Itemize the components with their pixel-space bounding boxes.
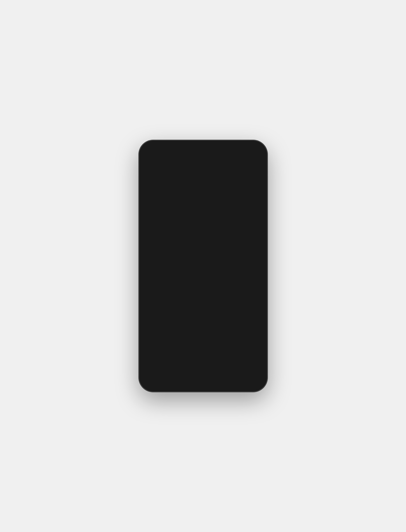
gas-chip[interactable]: ⛽ Gas xyxy=(202,166,223,175)
saved-label: Saved xyxy=(199,369,207,373)
svg-point-53 xyxy=(201,381,205,384)
updates-icon xyxy=(250,362,257,368)
svg-rect-8 xyxy=(204,304,232,326)
phone-screen: 75 4 441 98 4 xyxy=(140,145,266,387)
svg-point-43 xyxy=(232,230,233,231)
navigate-icon xyxy=(250,347,258,355)
mic-icon[interactable] xyxy=(241,153,247,159)
system-nav xyxy=(140,379,266,385)
takeout-label: Takeout xyxy=(153,168,166,172)
avatar-image xyxy=(250,151,259,161)
google-maps-logo xyxy=(147,152,155,160)
commute-icon xyxy=(175,362,181,368)
filter-chips: 🍽 Takeout 🛵 Delivery ⛽ Gas 🛒 G xyxy=(144,166,263,175)
nav-item-commute[interactable]: Commute xyxy=(165,362,191,373)
nav-item-explore[interactable]: Explore xyxy=(140,362,166,373)
svg-rect-54 xyxy=(218,381,221,384)
grocery-chip[interactable]: 🛒 G xyxy=(226,166,243,175)
svg-point-7 xyxy=(224,178,257,222)
delivery-label: Delivery xyxy=(183,168,196,172)
contribute-icon xyxy=(225,362,231,368)
recents-button[interactable] xyxy=(217,379,223,385)
gas-icon: ⛽ xyxy=(206,168,211,173)
back-button[interactable] xyxy=(184,379,189,385)
svg-text:4: 4 xyxy=(177,200,178,202)
home-button[interactable] xyxy=(200,379,206,385)
navigate-fab[interactable] xyxy=(246,343,262,359)
updates-label: Updates xyxy=(247,369,259,373)
explore-icon xyxy=(149,362,156,368)
saved-icon xyxy=(199,362,206,368)
nav-item-updates[interactable]: Updates xyxy=(241,362,266,373)
svg-point-52 xyxy=(255,335,256,336)
grocery-label: G xyxy=(236,168,239,172)
search-placeholder: Search Google Maps xyxy=(157,154,241,159)
user-avatar[interactable] xyxy=(250,151,259,161)
layers-button[interactable] xyxy=(250,201,262,213)
search-bar[interactable]: Search Google Maps xyxy=(144,150,263,163)
svg-point-46 xyxy=(208,328,209,329)
svg-text:441: 441 xyxy=(253,240,257,242)
my-location-icon xyxy=(252,332,258,339)
gas-label: Gas xyxy=(213,168,219,172)
svg-text:98: 98 xyxy=(250,272,253,275)
svg-point-48 xyxy=(150,155,152,156)
contribute-label: Contribute xyxy=(221,369,235,373)
commute-label: Commute xyxy=(171,369,185,373)
nav-item-contribute[interactable]: Contribute xyxy=(215,362,241,373)
svg-point-44 xyxy=(174,306,175,307)
svg-point-50 xyxy=(253,153,256,157)
delivery-icon: 🛵 xyxy=(176,168,181,173)
grocery-icon: 🛒 xyxy=(229,168,235,173)
svg-point-47 xyxy=(201,337,202,338)
location-button[interactable] xyxy=(249,329,262,342)
takeout-chip[interactable]: 🍽 Takeout xyxy=(144,166,170,175)
svg-point-45 xyxy=(198,323,199,324)
explore-label: Explore xyxy=(148,369,158,373)
nav-item-saved[interactable]: Saved xyxy=(191,362,216,373)
layers-icon xyxy=(253,204,259,210)
takeout-icon: 🍽 xyxy=(148,168,152,173)
svg-point-3 xyxy=(236,285,255,312)
delivery-chip[interactable]: 🛵 Delivery xyxy=(172,166,200,175)
map-area[interactable]: 75 4 441 98 4 xyxy=(140,145,266,359)
phone-wrapper: 75 4 441 98 4 xyxy=(136,137,270,395)
google-logo: Googleoogle xyxy=(144,323,165,328)
